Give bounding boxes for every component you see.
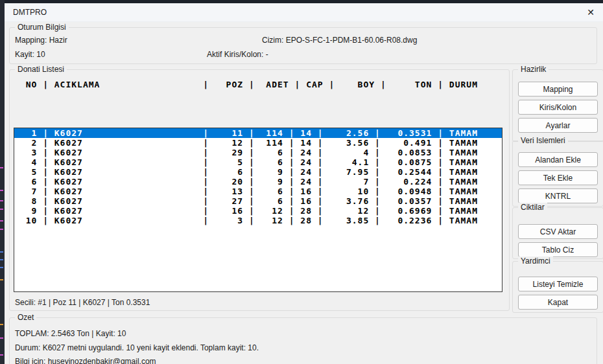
kntrl-button[interactable]: KNTRL [518, 188, 598, 203]
group-label: Veri Islemleri [518, 136, 568, 145]
table-row[interactable]: 3 | K6027 | 29 | 6 | 24 | 4 | 0.0853 | T… [14, 148, 502, 157]
bilgi-line: Bilgi icin: huseyinozdenbakir@gmail.com [15, 357, 156, 364]
group-label: Ozet [15, 313, 36, 322]
window-title: DMTPRO [13, 8, 47, 17]
group-veri-islemleri: Veri Islemleri Alandan Ekle Tek Ekle KNT… [512, 141, 603, 207]
mapping-status: Mapping: Hazir [15, 36, 67, 45]
table-row[interactable]: 8 | K6027 | 27 | 6 | 16 | 3.76 | 0.0357 … [14, 196, 502, 206]
backdrop-tick [0, 279, 3, 280]
kayit-count: Kayit: 10 [15, 50, 45, 59]
app-backdrop [0, 0, 5, 364]
kapat-button[interactable]: Kapat [518, 295, 598, 310]
table-row[interactable]: 9 | K6027 | 16 | 12 | 28 | 12 | 0.6969 |… [14, 206, 502, 216]
listeyi-temizle-button[interactable]: Listeyi Temizle [518, 277, 598, 291]
close-button[interactable]: ✕ [580, 3, 602, 21]
backdrop-tick [0, 200, 3, 201]
close-icon: ✕ [587, 8, 595, 17]
csv-aktar-button[interactable]: CSV Aktar [518, 224, 598, 239]
backdrop-tick [0, 190, 3, 191]
group-label: Donati Listesi [15, 65, 67, 74]
kiris-kolon-button[interactable]: Kiris/Kolon [518, 100, 598, 115]
table-row[interactable]: 6 | K6027 | 20 | 9 | 24 | 7 | 0.224 | TA… [14, 177, 502, 187]
backdrop-tick [0, 354, 3, 356]
table-row[interactable]: 10 | K6027 | 3 | 12 | 28 | 3.85 | 0.2236… [14, 216, 502, 225]
selected-info: Secili: #1 | Poz 11 | K6027 | Ton 0.3531 [15, 298, 150, 307]
group-ciktilar: Ciktilar CSV Aktar Tablo Ciz [512, 207, 603, 259]
group-hazirlik: Hazirlik Mapping Kiris/Kolon Ayarlar [512, 69, 603, 142]
backdrop-tick [0, 337, 3, 339]
group-ozet: Ozet TOPLAM: 2.5463 Ton | Kayit: 10 Duru… [9, 317, 597, 364]
cizim-filename: Cizim: EPO-S-FC-1-PDM-B1-60.06-R08.dwg [262, 36, 417, 45]
table-row[interactable]: 1 | K6027 | 11 | 114 | 14 | 2.56 | 0.353… [14, 128, 502, 138]
tek-ekle-button[interactable]: Tek Ekle [518, 170, 598, 185]
table-row[interactable]: 7 | K6027 | 13 | 6 | 16 | 10 | 0.0948 | … [14, 187, 502, 196]
backdrop-tick [0, 209, 3, 210]
table-header: NO | ACIKLAMA | POZ | ADET | CAP | BOY |… [14, 80, 478, 89]
group-label: Hazirlik [518, 65, 549, 74]
backdrop-tick [0, 167, 3, 168]
toplam-line: TOPLAM: 2.5463 Ton | Kayit: 10 [15, 329, 126, 338]
backdrop-tick [0, 251, 3, 253]
group-donati-listesi: Donati Listesi NO | ACIKLAMA | POZ | ADE… [9, 69, 510, 311]
group-label: Ciktilar [518, 203, 547, 212]
group-oturum-bilgisi: Oturum Bilgisi Mapping: Hazir Cizim: EPO… [9, 27, 597, 64]
backdrop-tick [0, 220, 3, 222]
durum-line: Durum: K6027 metni uygulandi. 10 yeni ka… [15, 343, 259, 352]
group-label: Oturum Bilgisi [15, 23, 69, 32]
donati-listbox[interactable]: 1 | K6027 | 11 | 114 | 14 | 2.56 | 0.353… [14, 128, 503, 292]
mapping-button[interactable]: Mapping [518, 82, 598, 97]
group-label: Yardimci [518, 256, 553, 266]
backdrop-tick [0, 324, 3, 325]
ayarlar-button[interactable]: Ayarlar [518, 118, 598, 133]
backdrop-tick [0, 229, 3, 230]
alandan-ekle-button[interactable]: Alandan Ekle [518, 152, 598, 167]
backdrop-tick [0, 267, 3, 268]
dmtpro-dialog: DMTPRO ✕ Oturum Bilgisi Mapping: Hazir C… [5, 3, 603, 364]
backdrop-tick [0, 259, 3, 260]
aktif-kiris-kolon: Aktif Kiris/Kolon: - [207, 50, 268, 59]
group-yardimci: Yardimci Listeyi Temizle Kapat [512, 261, 603, 313]
title-bar: DMTPRO ✕ [5, 3, 603, 22]
tablo-ciz-button[interactable]: Tablo Ciz [518, 242, 598, 257]
table-row[interactable]: 5 | K6027 | 6 | 9 | 24 | 7.95 | 0.2544 |… [14, 167, 502, 177]
screen: { "window": { "title": "DMTPRO", "close_… [0, 0, 603, 364]
table-row[interactable]: 2 | K6027 | 12 | 114 | 14 | 3.56 | 0.491… [14, 138, 502, 148]
table-row[interactable]: 4 | K6027 | 5 | 6 | 24 | 4.1 | 0.0875 | … [14, 157, 502, 167]
